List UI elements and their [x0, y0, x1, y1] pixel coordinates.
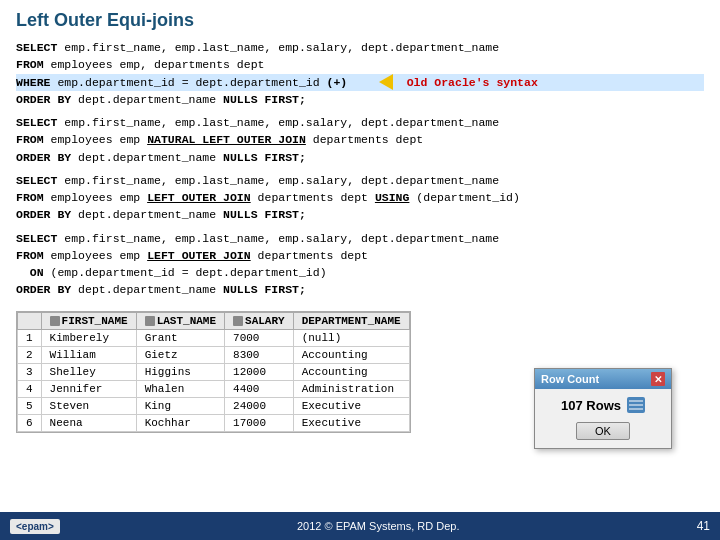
footer: <epam> 2012 © EPAM Systems, RD Dep. 41 [0, 512, 720, 540]
keyword: WHERE [16, 76, 51, 89]
cell-salary: 24000 [225, 397, 294, 414]
keyword: ORDER BY [16, 208, 71, 221]
cell-lastname: Kochhar [136, 414, 224, 431]
table-row: 2 William Gietz 8300 Accounting [18, 346, 410, 363]
page-title: Left Outer Equi-joins [16, 10, 704, 31]
popup-rows-display: 107 Rows [545, 397, 661, 413]
cell-lastname: Gietz [136, 346, 224, 363]
popup-close-button[interactable]: ✕ [651, 372, 665, 386]
row-num: 3 [18, 363, 42, 380]
cell-lastname: Grant [136, 329, 224, 346]
keyword: ORDER BY [16, 283, 71, 296]
keyword: NULLS FIRST; [223, 93, 306, 106]
keyword: NULLS FIRST; [223, 208, 306, 221]
table-row: 4 Jennifer Whalen 4400 Administration [18, 380, 410, 397]
popup-title: Row Count [541, 373, 599, 385]
keyword: SELECT [16, 232, 57, 245]
keyword: SELECT [16, 174, 57, 187]
keyword: FROM [16, 249, 44, 262]
cell-deptname: Administration [293, 380, 409, 397]
cell-deptname: Executive [293, 414, 409, 431]
old-syntax-label: Old Oracle's syntax [407, 76, 538, 89]
table-row: 6 Neena Kochhar 17000 Executive [18, 414, 410, 431]
footer-copyright: 2012 © EPAM Systems, RD Dep. [297, 520, 460, 532]
keyword: FROM [16, 58, 44, 71]
keyword: FROM [16, 133, 44, 146]
keyword: ORDER BY [16, 151, 71, 164]
cell-deptname: Accounting [293, 363, 409, 380]
keyword: SELECT [16, 116, 57, 129]
code-block-2: SELECT emp.first_name, emp.last_name, em… [16, 114, 704, 166]
col-header-salary: SALARY [225, 312, 294, 329]
cell-firstname: William [41, 346, 136, 363]
code-block-3: SELECT emp.first_name, emp.last_name, em… [16, 172, 704, 224]
code-block-1: SELECT emp.first_name, emp.last_name, em… [16, 39, 704, 108]
keyword: NULLS FIRST; [223, 283, 306, 296]
popup-body: 107 Rows OK [535, 389, 671, 448]
keyword: LEFT OUTER JOIN [147, 191, 251, 204]
row-count-popup: Row Count ✕ 107 Rows OK [534, 368, 672, 449]
table-row: 3 Shelley Higgins 12000 Accounting [18, 363, 410, 380]
keyword: ORDER BY [16, 93, 71, 106]
cell-salary: 4400 [225, 380, 294, 397]
cell-salary: 12000 [225, 363, 294, 380]
keyword: USING [375, 191, 410, 204]
keyword: NATURAL LEFT OUTER JOIN [147, 133, 306, 146]
col-header-deptname: DEPARTMENT_NAME [293, 312, 409, 329]
cell-lastname: Whalen [136, 380, 224, 397]
arrow-icon [379, 74, 393, 90]
cell-deptname: (null) [293, 329, 409, 346]
popup-rows-label: 107 Rows [561, 398, 621, 413]
footer-logo: <epam> [10, 519, 60, 534]
cell-lastname: King [136, 397, 224, 414]
keyword: ON [30, 266, 44, 279]
keyword: FROM [16, 191, 44, 204]
rows-icon [627, 397, 645, 413]
row-num: 1 [18, 329, 42, 346]
cell-firstname: Steven [41, 397, 136, 414]
code-block-4: SELECT emp.first_name, emp.last_name, em… [16, 230, 704, 299]
row-num: 5 [18, 397, 42, 414]
cell-salary: 7000 [225, 329, 294, 346]
popup-titlebar: Row Count ✕ [535, 369, 671, 389]
popup-ok-button[interactable]: OK [576, 422, 630, 440]
keyword: NULLS FIRST; [223, 151, 306, 164]
keyword: LEFT OUTER JOIN [147, 249, 251, 262]
footer-page-number: 41 [697, 519, 710, 533]
cell-deptname: Executive [293, 397, 409, 414]
row-num: 2 [18, 346, 42, 363]
cell-firstname: Neena [41, 414, 136, 431]
cell-salary: 17000 [225, 414, 294, 431]
cell-salary: 8300 [225, 346, 294, 363]
cell-firstname: Jennifer [41, 380, 136, 397]
cell-firstname: Shelley [41, 363, 136, 380]
table-row: 1 Kimberely Grant 7000 (null) [18, 329, 410, 346]
row-num: 6 [18, 414, 42, 431]
table-row: 5 Steven King 24000 Executive [18, 397, 410, 414]
col-header-num [18, 312, 42, 329]
cell-firstname: Kimberely [41, 329, 136, 346]
results-table: FIRST_NAME LAST_NAME SALARY DEPARTMENT_N… [16, 311, 411, 433]
col-header-lastname: LAST_NAME [136, 312, 224, 329]
cell-deptname: Accounting [293, 346, 409, 363]
row-num: 4 [18, 380, 42, 397]
col-header-firstname: FIRST_NAME [41, 312, 136, 329]
cell-lastname: Higgins [136, 363, 224, 380]
keyword: SELECT [16, 41, 57, 54]
